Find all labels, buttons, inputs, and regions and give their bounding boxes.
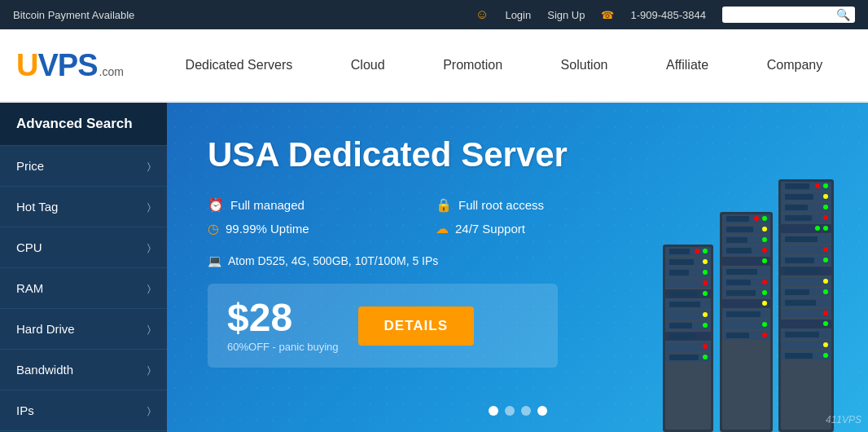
svg-point-52 xyxy=(762,227,767,231)
sidebar-item-price[interactable]: Price 〉 xyxy=(0,146,167,187)
svg-rect-69 xyxy=(726,290,756,296)
nav-affiliate[interactable]: Affiliate xyxy=(656,51,718,79)
nav-bar: UVPS .com Dedicated Servers Cloud Promot… xyxy=(0,29,868,103)
svg-point-16 xyxy=(823,226,828,231)
chevron-right-icon: 〉 xyxy=(147,364,151,376)
lock-icon: 🔒 xyxy=(436,197,452,213)
svg-rect-104 xyxy=(669,333,695,339)
main-content: Advanced Search Price 〉 Hot Tag 〉 CPU 〉 … xyxy=(0,103,868,432)
sidebar-item-cpu[interactable]: CPU 〉 xyxy=(0,227,167,268)
user-icon: ☺ xyxy=(476,7,489,22)
chevron-right-icon: 〉 xyxy=(147,201,151,213)
svg-rect-109 xyxy=(669,355,699,360)
svg-point-77 xyxy=(762,333,767,337)
login-link[interactable]: Login xyxy=(505,9,531,21)
svg-rect-50 xyxy=(726,216,749,222)
hero-pricing-box: $28 60%OFF - panic buying DETAILS xyxy=(208,284,558,368)
search-input[interactable] xyxy=(727,9,833,21)
svg-point-94 xyxy=(703,291,708,296)
svg-rect-44 xyxy=(785,353,813,359)
sidebar-item-bandwidth[interactable]: Bandwidth 〉 xyxy=(0,350,167,390)
dot-2[interactable] xyxy=(505,406,515,416)
sidebar-item-ips[interactable]: IPs 〉 xyxy=(0,390,167,431)
logo[interactable]: UVPS .com xyxy=(16,48,124,83)
search-button[interactable]: 🔍 xyxy=(836,8,850,21)
svg-point-86 xyxy=(703,259,708,264)
dot-1[interactable] xyxy=(489,406,498,416)
svg-point-41 xyxy=(823,342,828,347)
svg-rect-53 xyxy=(726,227,753,232)
clock-icon: ◷ xyxy=(208,221,219,236)
svg-rect-33 xyxy=(785,300,816,306)
signup-link[interactable]: Sign Up xyxy=(547,9,585,21)
feature-support: ☁ 24/7 Support xyxy=(436,221,631,236)
svg-point-7 xyxy=(823,194,828,199)
svg-rect-87 xyxy=(669,259,694,265)
svg-point-55 xyxy=(762,237,767,242)
svg-rect-78 xyxy=(726,333,749,338)
price-amount: $28 xyxy=(227,298,339,337)
svg-rect-66 xyxy=(726,280,751,285)
svg-point-3 xyxy=(823,183,828,188)
feature-full-root-text: Full root access xyxy=(458,198,544,212)
feature-full-managed-text: Full managed xyxy=(230,198,305,212)
logo-text: UVPS xyxy=(16,48,98,83)
svg-rect-39 xyxy=(785,332,819,337)
svg-point-4 xyxy=(815,183,820,188)
carousel-dots xyxy=(489,406,547,416)
hard-drive-label: Hard Drive xyxy=(16,322,75,336)
svg-rect-97 xyxy=(669,302,700,307)
cpu-label: CPU xyxy=(16,240,42,254)
svg-point-13 xyxy=(823,215,828,220)
svg-rect-11 xyxy=(785,205,808,210)
svg-point-82 xyxy=(703,249,708,253)
nav-promotion[interactable]: Promotion xyxy=(433,51,512,79)
nav-dedicated-servers[interactable]: Dedicated Servers xyxy=(176,51,303,79)
bitcoin-notice: Bitcoin Payment Available xyxy=(13,9,134,21)
svg-point-35 xyxy=(823,311,828,315)
svg-rect-31 xyxy=(785,289,809,295)
svg-point-10 xyxy=(823,205,828,209)
svg-rect-19 xyxy=(785,236,818,242)
chevron-right-icon: 〉 xyxy=(147,405,151,417)
svg-rect-56 xyxy=(726,237,747,243)
nav-cloud[interactable]: Cloud xyxy=(341,51,395,79)
svg-rect-14 xyxy=(785,215,812,221)
nav-links: Dedicated Servers Cloud Promotion Soluti… xyxy=(156,51,852,79)
svg-point-108 xyxy=(703,355,708,359)
svg-rect-63 xyxy=(726,269,757,275)
server-spec-icon: 💻 xyxy=(208,254,221,267)
svg-rect-26 xyxy=(785,268,821,274)
svg-point-49 xyxy=(754,216,759,221)
logo-u: U xyxy=(16,48,37,82)
feature-uptime: ◷ 99.99% Uptime xyxy=(208,221,403,236)
svg-rect-102 xyxy=(669,323,692,328)
sidebar-item-hot-tag[interactable]: Hot Tag 〉 xyxy=(0,187,167,227)
svg-point-65 xyxy=(762,280,767,284)
hero-banner: USA Dedicated Server ⏰ Full managed 🔒 Fu… xyxy=(167,103,868,432)
dot-3[interactable] xyxy=(521,406,531,416)
dot-4[interactable] xyxy=(537,406,547,416)
alarm-icon: ⏰ xyxy=(208,197,224,213)
watermark: 411VPS xyxy=(826,414,861,425)
nav-solution[interactable]: Solution xyxy=(551,51,618,79)
feature-full-managed: ⏰ Full managed xyxy=(208,197,403,213)
phone-link[interactable]: 1-909-485-3844 xyxy=(630,9,706,21)
hot-tag-label: Hot Tag xyxy=(16,200,58,214)
price-discount: 60%OFF - panic buying xyxy=(227,341,339,353)
details-button[interactable]: DETAILS xyxy=(358,306,474,346)
svg-point-83 xyxy=(695,249,699,253)
svg-point-30 xyxy=(823,289,828,294)
svg-point-68 xyxy=(762,290,767,295)
logo-domain: .com xyxy=(99,65,124,78)
chevron-right-icon: 〉 xyxy=(147,283,151,294)
svg-point-17 xyxy=(815,226,820,231)
sidebar-item-ram[interactable]: RAM 〉 xyxy=(0,268,167,309)
hero-spec-text: Atom D525, 4G, 500GB, 10T/100M, 5 IPs xyxy=(228,254,438,267)
price-label: Price xyxy=(16,159,44,173)
sidebar-item-hard-drive[interactable]: Hard Drive 〉 xyxy=(0,309,167,350)
search-box: 🔍 xyxy=(722,7,855,23)
nav-company[interactable]: Company xyxy=(757,51,832,79)
feature-uptime-text: 99.99% Uptime xyxy=(226,222,309,236)
chevron-right-icon: 〉 xyxy=(147,242,151,253)
